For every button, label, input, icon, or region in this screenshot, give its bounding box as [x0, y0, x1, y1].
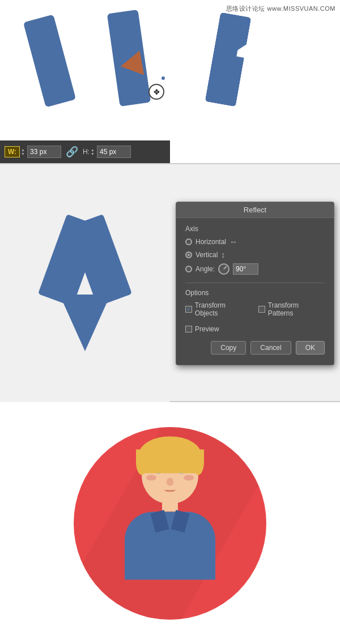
transform-objects-label: Transform Objects: [195, 301, 249, 317]
angle-radio[interactable]: [185, 266, 192, 272]
transform-objects-box[interactable]: [185, 306, 192, 313]
cursor-icon: ✥: [148, 84, 164, 100]
preview-checkbox[interactable]: [185, 326, 192, 332]
angle-dial[interactable]: [218, 263, 230, 275]
avatar-head: [142, 441, 198, 503]
vertical-icon: ↕: [221, 250, 225, 259]
copy-button[interactable]: Copy: [211, 341, 246, 355]
transform-toolbar: W: ▲ ▼ 🔗 H: ▲ ▼: [0, 140, 170, 163]
v-shape: [28, 215, 142, 351]
dialog-area: Reflect Axis Horizontal ↔ Vertical ↕: [170, 164, 340, 402]
angle-input[interactable]: [233, 263, 258, 275]
w-input[interactable]: [27, 146, 61, 158]
w-spinner[interactable]: ▲ ▼: [21, 148, 25, 156]
v-bottom: [60, 295, 110, 351]
transform-patterns-box[interactable]: [258, 306, 265, 313]
angle-label: Angle:: [196, 265, 215, 273]
avatar-collar-right: [171, 510, 189, 532]
shape-left: [23, 15, 76, 108]
ok-button[interactable]: OK: [296, 341, 325, 355]
avatar-body: [125, 511, 215, 579]
reflect-dialog: Reflect Axis Horizontal ↔ Vertical ↕: [176, 202, 334, 365]
shape-right: [205, 12, 252, 106]
transform-patterns-label: Transform Patterns: [268, 301, 325, 317]
v-shape-area: [0, 164, 170, 402]
vertical-label: Vertical: [196, 251, 218, 259]
w-label: W:: [5, 146, 20, 157]
transform-objects-checkbox[interactable]: Transform Objects: [185, 301, 249, 317]
section-avatar: [0, 402, 340, 644]
avatar-cheek-right: [184, 475, 194, 480]
horizontal-icon: ↔: [230, 237, 237, 246]
blue-dot: [162, 76, 165, 80]
dialog-divider: [185, 283, 325, 283]
avatar-nose: [167, 477, 173, 485]
angle-row: Angle:: [185, 263, 325, 275]
h-spinner[interactable]: ▲ ▼: [91, 148, 95, 156]
options-checkboxes: Transform Objects Transform Patterns: [185, 301, 325, 317]
avatar-cheek-left: [146, 475, 156, 480]
options-label: Options: [185, 289, 325, 297]
dialog-body: Axis Horizontal ↔ Vertical ↕ Angle:: [176, 218, 334, 365]
h-label: H:: [83, 148, 90, 156]
horizontal-radio-row[interactable]: Horizontal ↔: [185, 237, 325, 246]
preview-row[interactable]: Preview: [185, 325, 325, 333]
axis-label: Axis: [185, 225, 325, 233]
horizontal-label: Horizontal: [196, 238, 226, 246]
vertical-radio-row[interactable]: Vertical ↕: [185, 250, 325, 259]
avatar-container: [113, 441, 227, 599]
dialog-footer: Copy Cancel OK: [185, 341, 325, 358]
avatar-mouth: [164, 487, 176, 492]
transform-patterns-checkbox[interactable]: Transform Patterns: [258, 301, 325, 317]
dialog-title: Reflect: [176, 202, 334, 218]
cancel-button[interactable]: Cancel: [250, 341, 291, 355]
vertical-radio[interactable]: [185, 251, 192, 258]
section-transform: 思络设计论坛 www.MISSVUAN.COM ✥ W: ▲ ▼ 🔗 H: ▲ …: [0, 0, 340, 164]
avatar-hair: [139, 436, 201, 473]
preview-label: Preview: [195, 325, 219, 333]
h-input[interactable]: [97, 146, 131, 158]
link-icon: 🔗: [66, 146, 78, 158]
horizontal-radio[interactable]: [185, 238, 192, 245]
avatar-collar-left: [150, 510, 169, 532]
watermark: 思络设计论坛 www.MISSVUAN.COM: [226, 5, 335, 13]
section-reflect: Reflect Axis Horizontal ↔ Vertical ↕: [0, 164, 340, 402]
